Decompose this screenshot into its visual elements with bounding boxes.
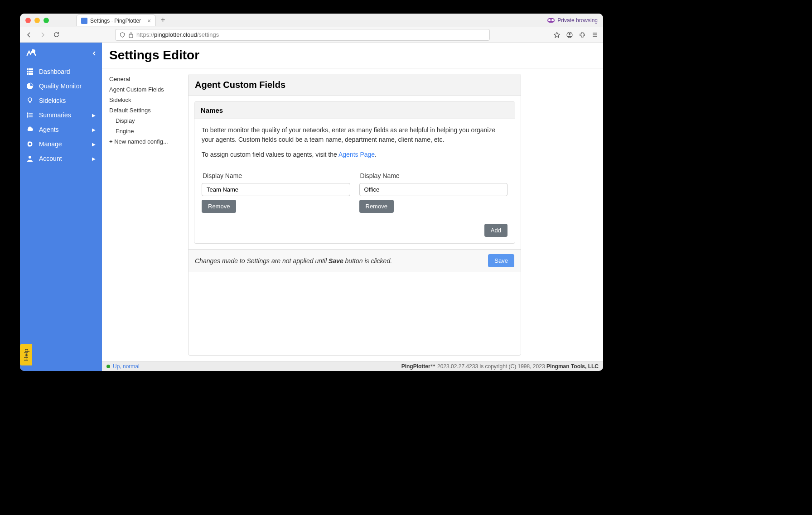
sidebar-item-dashboard[interactable]: Dashboard (20, 64, 102, 79)
private-label: Private browsing (557, 17, 598, 24)
svg-point-2 (569, 33, 570, 35)
settings-nav-general[interactable]: General (109, 74, 177, 84)
menu-icon[interactable] (591, 31, 599, 39)
lock-icon (128, 32, 134, 38)
mask-icon (547, 18, 555, 23)
nav-label: Manage (39, 140, 62, 148)
app-window: Settings · PingPlotter × + Private brows… (20, 14, 603, 371)
settings-nav-display[interactable]: Display (109, 116, 177, 126)
panel-title: Agent Custom Fields (188, 74, 521, 96)
settings-nav-new-named-config[interactable]: New named config... (109, 136, 177, 147)
browser-titlebar: Settings · PingPlotter × + Private brows… (20, 14, 603, 27)
svg-rect-11 (27, 73, 29, 75)
names-card: Names To better monitor the quality of y… (194, 101, 515, 244)
shield-icon (119, 32, 126, 38)
help-tab[interactable]: Help (20, 344, 32, 366)
svg-rect-10 (31, 71, 33, 72)
cloud-icon (26, 126, 34, 133)
sidebar-item-sidekicks[interactable]: Sidekicks (20, 93, 102, 108)
display-name-input-1[interactable] (202, 183, 350, 196)
remove-button-1[interactable]: Remove (202, 200, 236, 213)
window-maximize-button[interactable] (44, 18, 49, 23)
settings-nav-default-settings[interactable]: Default Settings (109, 105, 177, 116)
svg-rect-7 (31, 68, 33, 70)
account-icon[interactable] (566, 31, 573, 39)
svg-rect-8 (27, 71, 29, 72)
grid-icon (26, 68, 34, 75)
nav-back-button[interactable] (24, 30, 34, 39)
svg-point-19 (29, 156, 31, 159)
agents-page-link[interactable]: Agents Page (338, 151, 375, 158)
sidebar-item-account[interactable]: Account ▶ (20, 151, 102, 166)
nav-label: Account (39, 155, 62, 162)
description-2: To assign custom field values to agents,… (202, 150, 508, 159)
nav-label: Dashboard (39, 68, 70, 75)
settings-nav-engine[interactable]: Engine (109, 126, 177, 136)
pie-chart-icon (26, 82, 34, 90)
add-row: Add (202, 224, 508, 237)
private-browsing-indicator: Private browsing (547, 17, 598, 24)
custom-field-2: Display Name Remove (359, 172, 508, 213)
toolbar-right-icons (553, 31, 599, 39)
main-content: Settings Editor General Agent Custom Fie… (102, 43, 603, 371)
status-dot-icon (106, 365, 110, 368)
save-button[interactable]: Save (488, 254, 514, 267)
sidebar-item-summaries[interactable]: Summaries ▶ (20, 108, 102, 122)
window-minimize-button[interactable] (34, 18, 40, 23)
app-logo (25, 48, 37, 59)
sidebar: Dashboard Quality Monitor Sidekicks Summ… (20, 43, 102, 371)
browser-tabs: Settings · PingPlotter × + (76, 14, 547, 26)
sidebar-item-quality-monitor[interactable]: Quality Monitor (20, 79, 102, 93)
chevron-right-icon: ▶ (92, 156, 96, 161)
status-text: Up, normal (113, 363, 140, 370)
sidebar-header (20, 43, 102, 64)
sidebar-item-agents[interactable]: Agents ▶ (20, 122, 102, 137)
card-body: To better monitor the quality of your ne… (194, 119, 515, 243)
svg-rect-9 (29, 71, 31, 72)
page-title: Settings Editor (102, 43, 603, 68)
window-close-button[interactable] (25, 18, 31, 23)
list-icon (26, 111, 34, 119)
card-title: Names (194, 102, 515, 119)
favicon-icon (81, 18, 87, 24)
status-bar: Up, normal PingPlotter™ 2023.02.27.4233 … (102, 361, 603, 371)
browser-toolbar: https://pingplotter.cloud/settings (20, 27, 603, 43)
nav-label: Sidekicks (39, 97, 66, 104)
new-tab-button[interactable]: + (159, 15, 167, 25)
tab-title: Settings · PingPlotter (90, 18, 141, 24)
svg-rect-0 (129, 34, 133, 38)
chevron-right-icon: ▶ (92, 142, 96, 147)
svg-point-14 (28, 98, 32, 101)
nav-label: Summaries (39, 111, 71, 119)
settings-nav-agent-custom-fields[interactable]: Agent Custom Fields (109, 84, 177, 95)
svg-point-18 (29, 143, 31, 145)
settings-nav-sidekick[interactable]: Sidekick (109, 95, 177, 105)
add-button[interactable]: Add (484, 224, 508, 237)
nav-forward-button[interactable] (38, 30, 47, 39)
sidebar-item-manage[interactable]: Manage ▶ (20, 137, 102, 151)
app-body: Dashboard Quality Monitor Sidekicks Summ… (20, 43, 603, 371)
bookmark-icon[interactable] (553, 31, 561, 39)
svg-rect-5 (27, 68, 29, 70)
address-bar[interactable]: https://pingplotter.cloud/settings (115, 29, 490, 41)
svg-rect-13 (31, 73, 33, 75)
status-copyright: PingPlotter™ 2023.02.27.4233 is copyrigh… (401, 363, 599, 370)
chevron-right-icon: ▶ (92, 113, 96, 118)
svg-point-15 (27, 113, 28, 114)
sidebar-collapse-button[interactable] (92, 51, 97, 56)
field-label: Display Name (359, 172, 508, 179)
url-text: https://pingplotter.cloud/settings (136, 31, 219, 38)
lightbulb-icon (26, 97, 34, 104)
nav-reload-button[interactable] (52, 30, 61, 39)
browser-tab-active[interactable]: Settings · PingPlotter × (76, 14, 156, 26)
description-1: To better monitor the quality of your ne… (202, 125, 508, 144)
panel-body: Names To better monitor the quality of y… (188, 96, 521, 249)
extensions-icon[interactable] (579, 31, 586, 39)
footer-note: Changes made to Settings are not applied… (195, 257, 392, 265)
tab-close-icon[interactable]: × (147, 17, 151, 24)
svg-rect-6 (29, 68, 31, 70)
svg-point-16 (27, 115, 28, 116)
remove-button-2[interactable]: Remove (359, 200, 394, 213)
settings-panel: Agent Custom Fields Names To better moni… (188, 74, 521, 356)
display-name-input-2[interactable] (359, 183, 508, 196)
